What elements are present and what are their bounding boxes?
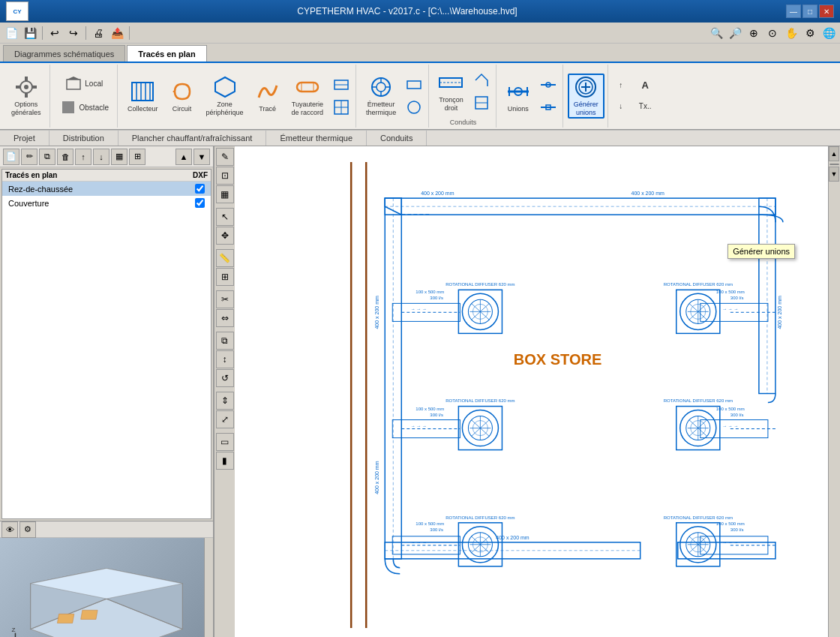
tab-conduits[interactable]: Conduits	[367, 131, 427, 146]
troncon-icon	[439, 71, 463, 95]
svg-rect-52	[57, 614, 74, 623]
print-btn[interactable]: 🖨	[90, 25, 106, 41]
redo-btn[interactable]: ↪	[65, 25, 82, 41]
new-file-btn[interactable]: 📄	[3, 25, 20, 41]
troncon-btn[interactable]: Tronçondroit	[434, 69, 469, 114]
delete-layer-btn[interactable]: 🗑	[57, 149, 74, 165]
unions-small1[interactable]	[537, 74, 560, 95]
title-bar: CY CYPETHERM HVAC - v2017.c - [C:\...\Wa…	[0, 0, 840, 23]
edit-layer-btn[interactable]: ✏	[21, 149, 38, 165]
rt-trim-btn[interactable]: ✂	[216, 290, 234, 308]
close-btn[interactable]: ✕	[819, 5, 834, 18]
zoom-btn2[interactable]: 🔎	[727, 25, 743, 41]
pan-btn[interactable]: ✋	[783, 25, 800, 41]
misc-small-btn1[interactable]	[330, 74, 352, 95]
tuyauterie-btn[interactable]: Tuyauteriede raccord	[286, 74, 329, 119]
emetteur-small2[interactable]	[403, 97, 425, 118]
tree-item-rez-checkbox[interactable]	[195, 184, 205, 194]
circuit-btn[interactable]: Circuit	[165, 74, 200, 119]
tree-item-couverture[interactable]: Couverture	[2, 196, 211, 210]
new-layer-btn[interactable]: 📄	[3, 149, 20, 165]
tab-diagrammes[interactable]: Diagrammes schématiques	[3, 45, 125, 62]
save-btn[interactable]: 💾	[22, 25, 38, 41]
tab-distribution[interactable]: Distribution	[50, 131, 118, 146]
barcode-btn[interactable]: ▦	[111, 149, 128, 165]
emetteur-btn[interactable]: Émetteurthermique	[361, 74, 401, 119]
move-up-btn[interactable]: ↑	[75, 149, 92, 165]
rt-rect-btn[interactable]: ▭	[216, 433, 234, 451]
rt-pipe-btn[interactable]: ▮	[216, 452, 234, 470]
unions-small2[interactable]	[537, 97, 560, 118]
emetteur-icon	[369, 75, 393, 99]
rt-stretch-btn[interactable]: ⇕	[216, 392, 234, 410]
svg-text:ROTATIONAL DIFFUSER 620 mm: ROTATIONAL DIFFUSER 620 mm	[446, 399, 514, 404]
grid-btn[interactable]: ⊞	[129, 149, 146, 165]
collapse-btn[interactable]: ▲	[176, 149, 192, 165]
obstacle-btn[interactable]: Obstacle	[55, 98, 114, 119]
svg-text:ROTATIONAL DIFFUSER 620 mm: ROTATIONAL DIFFUSER 620 mm	[446, 282, 514, 287]
troncon-small2[interactable]	[470, 92, 493, 113]
misc-small-btn2[interactable]	[330, 97, 352, 118]
undo-btn[interactable]: ↩	[46, 25, 63, 41]
minimize-btn[interactable]: —	[786, 5, 801, 18]
svg-text:Z: Z	[11, 626, 15, 633]
rt-rotate-btn[interactable]: ↺	[216, 369, 234, 387]
svg-text:400 x 200 mm: 400 x 200 mm	[496, 535, 530, 540]
unions-btn[interactable]: Unions	[501, 74, 536, 119]
export-btn[interactable]: 📤	[109, 25, 125, 41]
3d-settings-btn[interactable]: ⚙	[20, 521, 36, 538]
zone-periph-btn[interactable]: Zonepériphérique	[201, 74, 249, 119]
tree-item-couverture-checkbox[interactable]	[195, 198, 205, 208]
tab-emetteur[interactable]: Émetteur thermique	[266, 131, 367, 146]
generer-unions-btn[interactable]: Générerunions	[568, 74, 604, 119]
svg-text:100 x 500 mm: 100 x 500 mm	[716, 521, 745, 526]
copy-layer-btn[interactable]: ⧉	[39, 149, 56, 165]
arrow-up-btn[interactable]: ↑	[611, 76, 631, 95]
rt-select-btn[interactable]: ↖	[216, 208, 234, 226]
tuyauterie-icon	[296, 75, 320, 99]
rt-scale-btn[interactable]: ⤢	[216, 410, 234, 428]
zoom-btn3[interactable]: ⊕	[746, 25, 762, 41]
text-btn[interactable]: A	[635, 76, 656, 95]
move-down-btn[interactable]: ↓	[93, 149, 110, 165]
rt-measure-btn[interactable]: 📏	[216, 249, 234, 267]
rt-move-btn[interactable]: ↕	[216, 350, 234, 368]
rt-copy-btn[interactable]: ⧉	[216, 332, 234, 350]
tab-plancher[interactable]: Plancher chauffant/rafraîchissant	[118, 131, 267, 146]
tab-projet[interactable]: Projet	[0, 131, 50, 146]
emetteur-small1[interactable]	[403, 74, 425, 95]
ribbon-group-emetteur: Émetteurthermique	[358, 65, 429, 128]
expand-btn[interactable]: ▼	[194, 149, 210, 165]
rt-grid2-btn[interactable]: ▦	[216, 185, 234, 203]
left-toolbar: 📄 ✏ ⧉ 🗑 ↑ ↓ ▦ ⊞ ▲ ▼	[0, 146, 213, 167]
rt-align-btn[interactable]: ⊞	[216, 268, 234, 286]
svg-rect-2	[25, 77, 28, 81]
arrow-dn-btn[interactable]: ↓	[611, 97, 631, 116]
troncon-small1[interactable]	[470, 70, 493, 91]
svg-marker-15	[215, 77, 235, 97]
rt-snap-btn[interactable]: ⊡	[216, 167, 234, 185]
zoom-btn4[interactable]: ⊙	[764, 25, 781, 41]
3d-eye-btn[interactable]: 👁	[2, 521, 18, 538]
svg-rect-5	[32, 86, 37, 89]
tx-btn[interactable]: Tx..	[635, 97, 656, 116]
section-tabs: Projet Distribution Plancher chauffant/r…	[0, 130, 840, 146]
globe-btn[interactable]: 🌐	[820, 25, 837, 41]
settings-btn[interactable]: ⚙	[802, 25, 818, 41]
rt-pointer-btn[interactable]: ✎	[216, 148, 234, 166]
trace-icon	[256, 80, 280, 104]
separator2	[86, 26, 86, 40]
trace-btn[interactable]: Tracé	[250, 74, 285, 119]
zoom-btn1[interactable]: 🔍	[708, 25, 724, 41]
options-gen-btn[interactable]: Optionsgénérales	[6, 74, 46, 119]
canvas-scrollbar-v[interactable]: ▲ ▼	[828, 146, 840, 637]
rt-pan-btn[interactable]: ✥	[216, 227, 234, 245]
zone-periph-label: Zonepériphérique	[206, 101, 244, 117]
maximize-btn[interactable]: □	[802, 5, 818, 18]
collecteur-btn[interactable]: Collecteur	[122, 74, 164, 119]
canvas-area[interactable]: BOX STORE 400 x 200 mm 400 x 200 mm	[235, 146, 840, 637]
local-btn[interactable]: Local	[60, 74, 108, 95]
tab-traces[interactable]: Tracés en plan	[127, 45, 206, 62]
rt-extend-btn[interactable]: ⇔	[216, 309, 234, 327]
tree-item-rez[interactable]: Rez-de-chaussée	[2, 182, 211, 196]
